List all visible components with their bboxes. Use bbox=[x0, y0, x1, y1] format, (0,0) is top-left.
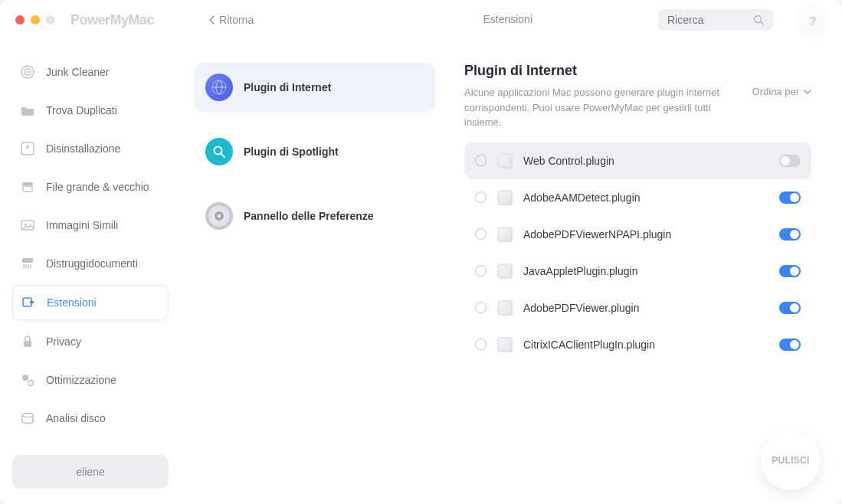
plugin-name: AdobePDFViewerNPAPI.plugin bbox=[523, 228, 768, 241]
sidebar-item-privacy[interactable]: Privacy bbox=[12, 325, 169, 358]
sidebar-item-label: Immagini Simili bbox=[46, 219, 118, 231]
svg-rect-17 bbox=[24, 341, 31, 347]
shred-icon bbox=[20, 256, 35, 271]
sidebar-item-uninstall[interactable]: Disinstallazione bbox=[12, 132, 169, 165]
back-button[interactable]: Ritorna bbox=[209, 14, 254, 26]
toggle[interactable] bbox=[779, 339, 801, 351]
sidebar-item-disk-analysis[interactable]: Analisi disco bbox=[12, 401, 169, 435]
plugin-name: Web Control.plugin bbox=[523, 155, 768, 167]
sidebar-item-find-duplicates[interactable]: Trova Duplicati bbox=[12, 93, 169, 127]
clean-label: PULISCI bbox=[772, 455, 809, 466]
plugin-icon bbox=[497, 263, 513, 279]
disk-icon bbox=[20, 411, 35, 426]
plugin-name: JavaAppletPlugin.plugin bbox=[523, 265, 768, 277]
svg-rect-16 bbox=[30, 301, 34, 303]
plugin-row[interactable]: AdobePDFViewer.plugin bbox=[464, 290, 811, 326]
checkbox[interactable] bbox=[475, 302, 487, 313]
plugin-row[interactable]: AdobePDFViewerNPAPI.plugin bbox=[464, 216, 811, 253]
plugin-name: CitrixICAClientPlugIn.plugin bbox=[523, 339, 768, 351]
sidebar-item-label: Distruggidocumenti bbox=[46, 257, 138, 270]
back-label: Ritorna bbox=[219, 14, 254, 26]
sidebar-item-shredder[interactable]: Distruggidocumenti bbox=[12, 247, 169, 280]
user-badge[interactable]: eliene bbox=[12, 455, 169, 489]
help-button[interactable]: ? bbox=[799, 6, 827, 34]
checkbox[interactable] bbox=[475, 265, 487, 277]
sidebar-item-junk-cleaner[interactable]: Junk Cleaner bbox=[12, 55, 169, 89]
plugin-row[interactable]: Web Control.plugin bbox=[464, 142, 811, 179]
sidebar-item-label: Privacy bbox=[46, 335, 81, 348]
ext-icon bbox=[21, 295, 36, 310]
chevron-down-icon bbox=[804, 90, 811, 94]
svg-point-25 bbox=[218, 214, 221, 218]
toggle[interactable] bbox=[779, 228, 801, 241]
minimize-icon[interactable] bbox=[31, 15, 40, 25]
sidebar-item-optimization[interactable]: Ottimizzazione bbox=[12, 363, 169, 397]
category-label: Plugin di Spotlight bbox=[244, 146, 339, 158]
category-internet-plugins[interactable]: Plugin di Internet bbox=[195, 63, 435, 112]
svg-line-1 bbox=[761, 22, 764, 25]
sidebar-item-large-old-files[interactable]: File grande & vecchio bbox=[12, 170, 169, 204]
page-description: Alcune applicazioni Mac possono generare… bbox=[464, 85, 737, 130]
traffic-lights bbox=[15, 15, 55, 25]
sidebar-item-label: Analisi disco bbox=[46, 412, 106, 424]
toggle[interactable] bbox=[779, 155, 801, 167]
checkbox[interactable] bbox=[475, 191, 487, 203]
category-spotlight-plugins[interactable]: Plugin di Spotlight bbox=[195, 127, 435, 176]
sort-button[interactable]: Ordina per bbox=[752, 63, 811, 97]
sidebar-item-similar-images[interactable]: Immagini Simili bbox=[12, 208, 169, 242]
sidebar-item-label: Trova Duplicati bbox=[46, 104, 117, 116]
svg-line-23 bbox=[221, 154, 225, 158]
plugin-row[interactable]: CitrixICAClientPlugIn.plugin bbox=[464, 326, 811, 363]
gear-circle-icon bbox=[205, 202, 233, 230]
sidebar-item-label: Disinstallazione bbox=[46, 142, 120, 155]
sidebar-item-label: Junk Cleaner bbox=[46, 66, 110, 78]
archive-icon bbox=[20, 179, 35, 195]
search-circle-icon bbox=[205, 138, 233, 165]
sort-label: Ordina per bbox=[752, 86, 799, 97]
app-title: PowerMyMac bbox=[70, 12, 154, 28]
checkbox[interactable] bbox=[475, 228, 487, 240]
lock-icon bbox=[20, 334, 35, 349]
app-window: PowerMyMac Ritorna Estensioni ? Junk Cle… bbox=[0, 0, 842, 504]
category-preference-pane[interactable]: Pannello delle Preferenze bbox=[195, 191, 435, 241]
toggle[interactable] bbox=[779, 191, 801, 204]
checkbox[interactable] bbox=[475, 339, 487, 350]
svg-point-18 bbox=[22, 375, 28, 381]
svg-rect-10 bbox=[22, 258, 33, 263]
sidebar-item-label: Estensioni bbox=[47, 296, 97, 309]
plugin-row[interactable]: AdobeAAMDetect.plugin bbox=[464, 179, 811, 216]
header-right: Estensioni ? bbox=[483, 6, 827, 34]
plugin-icon bbox=[497, 153, 513, 169]
image-icon bbox=[20, 218, 35, 233]
search-icon bbox=[753, 15, 764, 25]
radar-icon bbox=[20, 64, 35, 80]
svg-point-4 bbox=[27, 71, 29, 74]
titlebar: PowerMyMac Ritorna Estensioni ? bbox=[0, 0, 842, 40]
category-column: Plugin di Internet Plugin di Spotlight P… bbox=[181, 40, 449, 504]
plugin-icon bbox=[497, 190, 513, 205]
svg-point-9 bbox=[25, 224, 27, 226]
checkbox[interactable] bbox=[475, 155, 487, 166]
search-box[interactable] bbox=[658, 9, 773, 31]
toggle[interactable] bbox=[779, 265, 801, 277]
search-input[interactable] bbox=[667, 14, 753, 26]
clean-button[interactable]: PULISCI bbox=[761, 430, 821, 490]
plugin-list: Web Control.pluginAdobeAAMDetect.pluginA… bbox=[464, 142, 811, 363]
category-label: Plugin di Internet bbox=[244, 81, 331, 93]
app-icon bbox=[20, 141, 35, 156]
chevron-left-icon bbox=[209, 15, 215, 25]
plugin-icon bbox=[497, 300, 513, 316]
sidebar-item-extensions[interactable]: Estensioni bbox=[12, 285, 169, 320]
close-icon[interactable] bbox=[15, 15, 25, 25]
plugin-icon bbox=[497, 227, 513, 242]
sidebar-item-label: File grande & vecchio bbox=[46, 181, 149, 193]
plugin-row[interactable]: JavaAppletPlugin.plugin bbox=[464, 253, 811, 290]
svg-point-20 bbox=[22, 414, 33, 417]
tab-extensions[interactable]: Estensioni bbox=[483, 7, 532, 33]
toggle[interactable] bbox=[779, 302, 801, 314]
maximize-icon[interactable] bbox=[46, 15, 55, 25]
sidebar: Junk Cleaner Trova Duplicati Disinstalla… bbox=[0, 40, 181, 504]
folder-icon bbox=[20, 103, 35, 118]
plugin-name: AdobePDFViewer.plugin bbox=[523, 302, 768, 314]
content-header: Plugin di Internet Alcune applicazioni M… bbox=[464, 63, 811, 130]
